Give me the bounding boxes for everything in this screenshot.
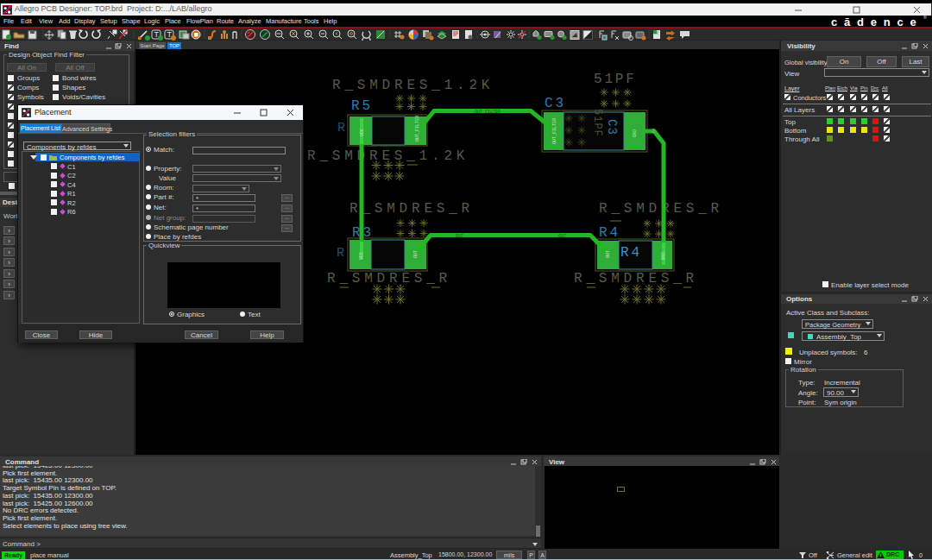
svg-text:R3: R3 (352, 225, 374, 241)
svg-text:R4: R4 (620, 245, 642, 261)
svg-text:R5: R5 (351, 98, 373, 114)
svg-text:OUT_FILTER: OUT_FILTER (415, 116, 420, 142)
svg-text:VCC: VCC (359, 252, 364, 260)
svg-text:C3: C3 (605, 119, 619, 135)
svg-text:OUT_FILTER: OUT_FILTER (552, 118, 557, 144)
svg-text:GND: GND (661, 252, 666, 260)
svg-text:GND: GND (633, 129, 638, 137)
svg-text:OUT_FILTER: OUT_FILTER (475, 110, 501, 115)
svg-text:R4: R4 (599, 225, 620, 241)
svg-text:R_SMDRES_R: R_SMDRES_R (599, 201, 723, 217)
svg-text:C3: C3 (545, 96, 566, 111)
svg-text:R_SMDRES_R: R_SMDRES_R (350, 201, 474, 217)
svg-text:R_SMDRES_R: R_SMDRES_R (327, 271, 451, 286)
svg-text:OUT: OUT (558, 234, 566, 239)
svg-text:51PF: 51PF (594, 72, 637, 87)
svg-text:OUT: OUT (456, 234, 463, 239)
svg-text:OUT: OUT (413, 250, 419, 258)
svg-text:R_SMDRES_R: R_SMDRES_R (574, 271, 698, 286)
svg-text:R_SMDRES_1.2K: R_SMDRES_1.2K (332, 78, 494, 93)
svg-text:OUT: OUT (606, 250, 611, 258)
svg-text:VCC: VCC (360, 129, 365, 136)
svg-text:2: 2 (652, 128, 655, 135)
svg-text:51PF: 51PF (591, 109, 603, 137)
